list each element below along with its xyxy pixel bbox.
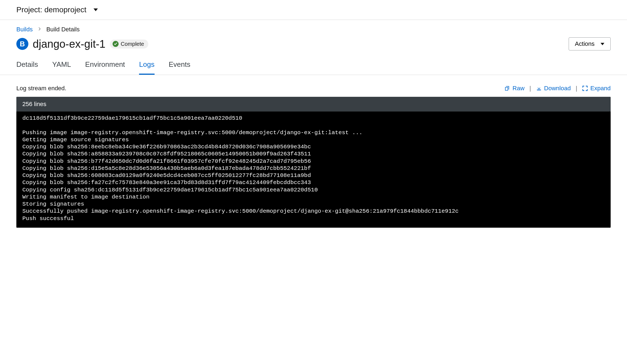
title-left: B django-ex-git-1 Complete (16, 38, 148, 50)
page-header: Builds Build Details B django-ex-git-1 C… (0, 20, 627, 50)
tab-events[interactable]: Events (169, 60, 191, 75)
status-text: Complete (121, 41, 144, 47)
tab-details[interactable]: Details (16, 60, 38, 75)
actions-label: Actions (575, 40, 595, 47)
title-row: B django-ex-git-1 Complete Actions (16, 37, 611, 50)
expand-button[interactable]: Expand (582, 85, 611, 92)
log-line-count: 256 lines (16, 97, 611, 112)
breadcrumb-current: Build Details (46, 26, 80, 33)
project-bar: Project: demoproject (0, 0, 627, 20)
page-title: django-ex-git-1 (33, 38, 105, 50)
breadcrumb-root-link[interactable]: Builds (16, 26, 33, 33)
status-badge: Complete (110, 40, 149, 49)
download-button[interactable]: Download (536, 85, 571, 92)
project-label: Project: demoproject (16, 5, 86, 14)
raw-button[interactable]: Raw (504, 85, 524, 92)
divider: | (576, 85, 577, 92)
caret-down-icon (94, 8, 98, 11)
log-topbar: Log stream ended. Raw | Download | Ex (16, 85, 611, 92)
log-output: dc118d5f5131df3b9ce22759dae179615cb1adf7… (16, 112, 611, 228)
divider: | (529, 85, 531, 92)
raw-label: Raw (513, 85, 524, 92)
tabs: Details YAML Environment Logs Events (0, 50, 627, 75)
tab-logs[interactable]: Logs (139, 60, 154, 75)
download-label: Download (544, 85, 571, 92)
badge-letter: B (20, 40, 25, 48)
copy-icon (504, 85, 510, 91)
tab-environment[interactable]: Environment (85, 60, 125, 75)
log-box: 256 lines dc118d5f5131df3b9ce22759dae179… (16, 97, 611, 228)
project-selector[interactable]: Project: demoproject (16, 5, 98, 14)
caret-down-icon (601, 43, 604, 45)
check-circle-icon (113, 41, 119, 47)
actions-dropdown[interactable]: Actions (569, 37, 611, 50)
expand-icon (582, 85, 588, 91)
build-type-badge: B (16, 38, 28, 50)
download-icon (536, 85, 542, 91)
log-section: Log stream ended. Raw | Download | Ex (0, 75, 627, 231)
log-status-text: Log stream ended. (16, 85, 66, 92)
log-actions: Raw | Download | Expand (504, 85, 611, 92)
breadcrumb: Builds Build Details (16, 26, 611, 33)
expand-label: Expand (590, 85, 611, 92)
tab-yaml[interactable]: YAML (52, 60, 71, 75)
chevron-right-icon (38, 27, 41, 32)
log-scroll-container[interactable]: dc118d5f5131df3b9ce22759dae179615cb1adf7… (16, 112, 611, 228)
